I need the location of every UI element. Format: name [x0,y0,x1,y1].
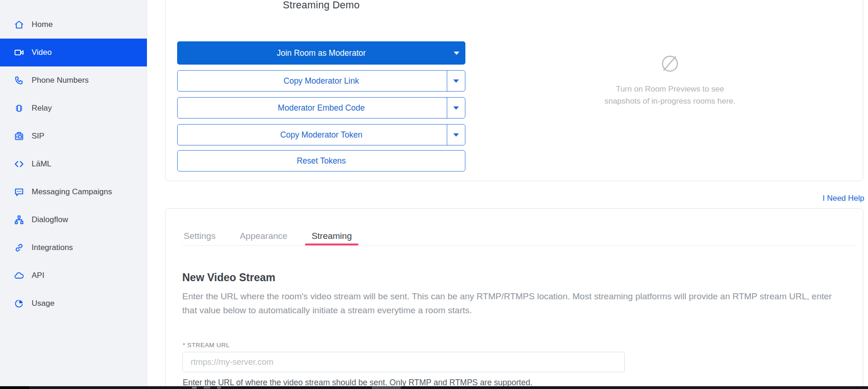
sidebar-item-label: Home [32,20,53,29]
button-label: Moderator Embed Code [278,103,365,113]
copy-moderator-token-dropdown-toggle[interactable] [447,125,465,145]
fax-phone-icon [14,131,24,141]
sidebar-item-home[interactable]: Home [0,11,147,39]
sidebar-item-phone-numbers[interactable]: Phone Numbers [0,66,147,94]
need-help-link[interactable]: I Need Help [822,194,864,203]
sidebar-item-video[interactable]: Video [0,39,147,66]
section-description: Enter the URL where the room's video str… [182,290,844,317]
preview-message-line2: snapshots of in-progress rooms here. [575,95,765,107]
button-label: Copy Moderator Link [284,76,359,86]
sidebar-item-dialogflow[interactable]: Dialogflow [0,206,147,234]
sidebar-item-label: Phone Numbers [32,76,89,85]
taskbar-segment [0,386,29,389]
sidebar-item-integrations[interactable]: Integrations [0,234,147,262]
tab-bar: Settings Appearance Streaming [183,231,353,245]
sidebar-item-label: Messaging Campaigns [32,187,112,197]
sidebar: Home Video Phone Numbers Relay SIP [0,0,147,386]
chevron-down-icon [453,133,459,137]
tab-label: Settings [184,231,216,241]
cloud-icon [14,270,24,281]
reset-tokens-button[interactable]: Reset Tokens [177,150,465,171]
moderator-embed-code-button[interactable]: Moderator Embed Code [177,97,465,119]
button-label: Reset Tokens [297,156,346,166]
video-camera-icon [14,47,24,58]
sidebar-item-label: LāML [32,159,52,169]
home-icon [14,20,24,30]
app-window: Home Video Phone Numbers Relay SIP [0,0,868,389]
sitemap-icon [14,215,24,225]
tab-divider [182,245,856,246]
stream-url-input[interactable] [182,352,625,372]
main-content: Streaming Demo Join Room as Moderator Co… [148,0,868,386]
sidebar-item-label: SIP [32,132,44,141]
taskbar-glyph [192,387,197,389]
moderator-embed-code-dropdown-toggle[interactable] [447,98,465,118]
sidebar-item-laml[interactable]: LāML [0,150,147,178]
room-title: Streaming Demo [177,0,465,11]
section-heading: New Video Stream [182,271,275,284]
pie-chart-icon [14,298,24,309]
preview-message-line1: Turn on Room Previews to see [575,83,765,95]
circle-slash-icon [658,52,682,76]
button-label: Copy Moderator Token [280,130,363,140]
code-icon [14,159,24,169]
sidebar-item-relay[interactable]: Relay [0,94,147,122]
taskbar-glyph [204,387,210,389]
bottom-taskbar [0,386,868,389]
room-controls-card: Streaming Demo Join Room as Moderator Co… [165,0,863,181]
phone-icon [14,75,24,86]
room-settings-card: Settings Appearance Streaming New Video … [165,208,863,389]
sidebar-item-label: Integrations [32,243,73,252]
sidebar-item-sip[interactable]: SIP [0,122,147,150]
sidebar-item-label: Video [32,48,52,57]
link-icon [14,243,24,253]
sidebar-item-messaging-campaigns[interactable]: Messaging Campaigns [0,178,147,206]
chat-bubble-icon [14,187,24,197]
sidebar-item-label: Usage [32,299,54,308]
room-preview-placeholder: Turn on Room Previews to see snapshots o… [575,52,765,107]
chevron-down-icon [453,79,459,83]
copy-moderator-token-button[interactable]: Copy Moderator Token [177,124,465,145]
taskbar-glyph [217,387,221,389]
sidebar-item-label: API [32,271,44,280]
taskbar-segment [372,386,401,389]
sidebar-item-usage[interactable]: Usage [0,290,147,317]
join-room-dropdown-toggle[interactable] [447,41,465,65]
tab-appearance[interactable]: Appearance [239,231,288,245]
tab-label: Appearance [240,231,287,241]
tab-settings[interactable]: Settings [183,231,217,245]
chevron-down-icon [454,52,459,55]
sidebar-item-label: Relay [32,104,52,113]
sidebar-item-label: Dialogflow [32,215,68,224]
copy-moderator-link-button[interactable]: Copy Moderator Link [177,70,465,92]
tab-streaming[interactable]: Streaming [311,231,353,245]
tab-label: Streaming [311,231,352,241]
copy-moderator-link-dropdown-toggle[interactable] [447,71,465,91]
button-label: Join Room as Moderator [277,48,366,58]
stream-url-label: * STREAM URL [183,342,230,349]
join-room-moderator-button[interactable]: Join Room as Moderator [177,41,465,65]
chip-icon [14,103,24,113]
sidebar-item-api[interactable]: API [0,262,147,290]
chevron-down-icon [453,106,459,110]
